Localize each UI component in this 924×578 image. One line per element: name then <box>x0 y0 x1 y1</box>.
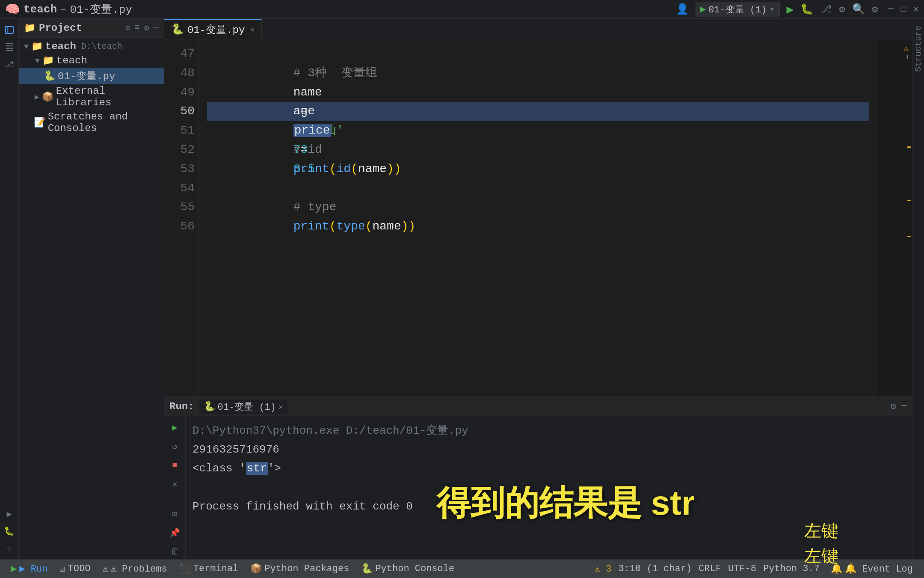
run-layout-icon[interactable]: ⊞ <box>167 506 183 521</box>
warn-icon-1: ⚠ <box>903 43 910 54</box>
status-todo-tab[interactable]: ☑ TODO <box>55 562 95 575</box>
folder-teach-icon: 📁 <box>31 41 43 52</box>
python-packages-icon: 📦 <box>250 563 262 575</box>
editor-tabs: 🐍 01-变量.py ✕ <box>164 19 912 39</box>
status-position[interactable]: 3:10 (1 char) <box>618 563 692 574</box>
run-panel-header: Run: 🐍 01-变量 (1) ✕ ⚙ ─ <box>164 397 912 416</box>
project-header-locate-icon[interactable]: ⊕ <box>125 23 130 33</box>
vcs-icon[interactable]: ⎇ <box>820 3 832 15</box>
project-header-settings-icon[interactable]: ⚙ <box>144 23 149 33</box>
fn-id-52: id <box>336 162 351 176</box>
problems-icon: ⚠ <box>102 563 108 575</box>
tree-label-scratches: Scratches and Consoles <box>48 111 160 134</box>
scroll-mark-1 <box>907 146 911 148</box>
run-rerun-icon[interactable]: ↺ <box>167 438 183 454</box>
output-number: 2916325716976 <box>192 443 279 456</box>
tab-close-icon[interactable]: ✕ <box>250 25 255 34</box>
python-packages-label: Python Packages <box>264 563 349 574</box>
status-run-tab[interactable]: ▶ ▶ Run <box>7 562 52 575</box>
cmt-54: # type <box>293 200 337 214</box>
status-encoding[interactable]: UTF-8 <box>728 563 756 574</box>
run-stop-icon[interactable]: ■ <box>167 457 183 473</box>
tree-arrow-right: ▶ <box>35 92 39 101</box>
fn-print-52: print <box>293 162 329 176</box>
run-play-icon[interactable]: ▶ <box>167 420 183 435</box>
run-play-status-icon: ▶ <box>11 563 17 575</box>
run-tab-close-icon[interactable]: ✕ <box>278 402 283 411</box>
project-panel-title: Project <box>39 22 122 34</box>
sidebar-icon-git[interactable]: ⎇ <box>2 57 17 72</box>
line-num-48: 48 <box>168 64 195 83</box>
status-bar-right: ⚠ 3 3:10 (1 char) CRLF UTF-8 Python 3.7 … <box>595 562 917 575</box>
var-name: name <box>293 86 322 99</box>
status-python-console-tab[interactable]: 🐍 Python Console <box>357 562 459 575</box>
code-line-54: # type <box>207 179 869 198</box>
tree-item-external-libs[interactable]: ▶ 📦 External Libraries <box>19 84 164 110</box>
run-config-dropdown[interactable]: ▶ 01-变量 (1) ▾ <box>696 2 780 17</box>
ext-libs-icon: 📦 <box>42 91 53 103</box>
tree-item-scratches[interactable]: 📝 Scratches and Consoles <box>19 110 164 135</box>
maximize-button[interactable]: □ <box>901 4 906 15</box>
run-panel-label: Run: <box>169 401 194 412</box>
scratch-icon: 📝 <box>34 117 45 128</box>
debug-button[interactable]: 🐛 <box>800 3 813 15</box>
status-terminal-tab[interactable]: ⬛ Terminal <box>175 562 243 575</box>
overlay-keys: 左键 左键 <box>804 519 838 568</box>
line-num-51: 51 <box>168 121 195 140</box>
title-separator: – <box>60 3 66 15</box>
tree-arrow-down: ▼ <box>24 42 29 51</box>
warning-indicators: ⚠ ━ <box>903 43 910 59</box>
code-content[interactable]: # 3种 变量组 name = '张大仙' age = 73 <box>198 39 878 396</box>
run-panel: Run: 🐍 01-变量 (1) ✕ ⚙ ─ ▶ ↺ <box>164 396 912 559</box>
terminal-icon: ⬛ <box>179 563 191 575</box>
sidebar-icon-structure[interactable] <box>2 39 17 55</box>
problems-label: ⚠ Problems <box>111 563 167 575</box>
run-settings-icon[interactable]: ⚙ <box>891 401 896 412</box>
gear-icon[interactable]: ⚙ <box>872 3 878 15</box>
editor-tab-main[interactable]: 🐍 01-变量.py ✕ <box>164 19 262 39</box>
run-tab-icon: 🐍 <box>204 401 215 412</box>
scroll-mark-3 <box>907 236 911 237</box>
project-header-scroll-icon[interactable]: ≡ <box>135 23 140 33</box>
run-config-icon: ▶ <box>700 3 706 15</box>
status-event-log-tab[interactable]: 🔔 🔔 Event Log <box>826 562 917 575</box>
run-minimize-icon[interactable]: ─ <box>901 401 907 412</box>
file-py-icon: 🐍 <box>44 70 55 82</box>
status-bar-left: ▶ ▶ Run ☑ TODO ⚠ ⚠ Problems ⬛ Terminal 📦… <box>7 562 459 575</box>
tree-label-file: 01-变量.py <box>58 69 115 83</box>
status-line-ending[interactable]: CRLF <box>699 563 721 574</box>
sidebar-icon-favorites[interactable]: ☆ <box>2 540 17 556</box>
project-title: teach <box>24 3 57 16</box>
run-trash-icon[interactable]: 🗑 <box>167 544 183 559</box>
status-problems-tab[interactable]: ⚠ ⚠ Problems <box>98 562 171 575</box>
app-icon: 🧠 <box>5 2 20 17</box>
sidebar-icon-project[interactable] <box>2 22 17 38</box>
run-button[interactable]: ▶ <box>787 2 794 17</box>
run-close-icon[interactable]: ✕ <box>167 476 183 492</box>
tree-label-teach: teach <box>45 41 76 52</box>
user-icon[interactable]: 👤 <box>676 3 689 15</box>
status-python-packages-tab[interactable]: 📦 Python Packages <box>246 562 353 575</box>
run-tab[interactable]: 🐍 01-变量 (1) ✕ <box>199 399 287 414</box>
event-log-label: 🔔 Event Log <box>845 563 913 575</box>
paren-52b: ( <box>351 162 358 176</box>
sidebar-icon-run[interactable]: ▶ <box>2 506 17 521</box>
python-console-label: Python Console <box>375 563 454 574</box>
tree-item-main-file[interactable]: 🐍 01-变量.py <box>19 68 164 84</box>
var-name-55: name <box>373 220 401 233</box>
minimize-button[interactable]: ─ <box>888 4 894 15</box>
paren-52c: )) <box>387 162 401 176</box>
sidebar-icon-debug[interactable]: 🐛 <box>2 523 17 539</box>
run-pin-icon[interactable]: 📌 <box>167 525 183 540</box>
search-icon[interactable]: 🔍 <box>852 3 865 15</box>
right-panel: Structure <box>912 19 924 559</box>
run-tab-label: 01-变量 (1) <box>218 400 276 413</box>
line-num-54: 54 <box>168 179 195 198</box>
tree-label-teach-sub: teach <box>56 55 87 66</box>
overlay-main-text: 得到的结果是 str <box>436 480 695 527</box>
project-header-minimize-icon[interactable]: ─ <box>154 23 159 33</box>
tree-item-teach-root[interactable]: ▼ 📁 teach D:\teach <box>19 39 164 54</box>
tree-item-teach-sub[interactable]: ▼ 📁 teach <box>19 54 164 68</box>
settings-icon[interactable]: ⚙ <box>839 3 845 15</box>
close-button[interactable]: ✕ <box>913 3 919 15</box>
